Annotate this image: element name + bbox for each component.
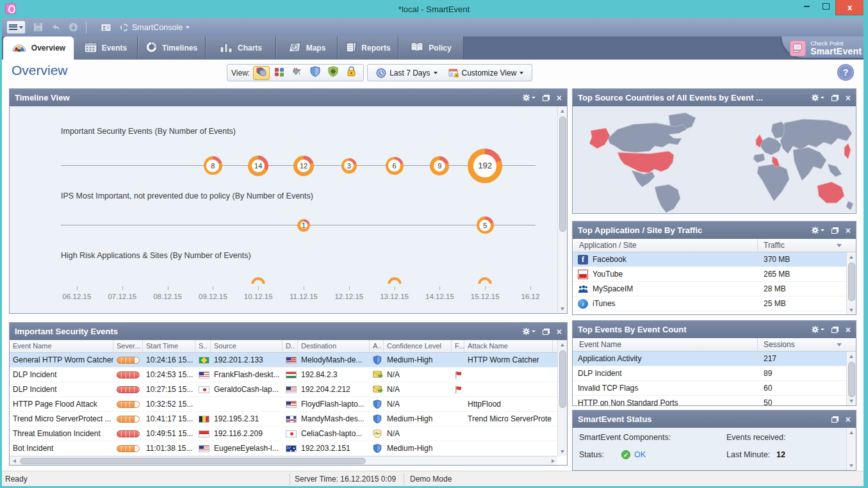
table-row[interactable]: MySpaceIM28 MB [573, 282, 856, 297]
panel-close-button[interactable]: × [846, 415, 851, 424]
apps-table-header[interactable]: Application / Site Traffic [573, 239, 856, 252]
view-button-dlp-view[interactable] [289, 66, 306, 80]
ips-view-icon [310, 66, 320, 79]
customize-view-label: Customize View [462, 69, 517, 77]
timeline-bubble[interactable]: 1 [297, 219, 310, 232]
table-row[interactable]: DLP Incident89 [573, 366, 856, 381]
panel-close-button[interactable]: × [846, 94, 851, 102]
table-row[interactable]: Application Activity217 [573, 352, 856, 366]
view-button-objects-view[interactable] [271, 66, 288, 80]
timeline-bubble[interactable]: 5 [477, 216, 494, 234]
close-button[interactable]: x [835, 0, 864, 15]
column-header-a[interactable]: A.. [370, 340, 384, 352]
menu-button[interactable] [6, 20, 26, 34]
panel-settings-button[interactable] [811, 325, 824, 334]
panel-popout-button[interactable] [543, 95, 550, 101]
timeline-bubble[interactable]: 6 [386, 157, 404, 175]
tab-bar: OverviewEventsTimelinesChartsMapsReports… [0, 37, 868, 60]
panel-close-button[interactable]: × [846, 226, 851, 235]
cell-sev [113, 401, 143, 408]
view-button-grouped-views[interactable] [253, 66, 270, 80]
map-africa [757, 164, 789, 201]
column-header-event-name[interactable]: Event Name [10, 340, 113, 352]
sessions-value: 89 [757, 369, 856, 378]
maximize-button[interactable] [816, 0, 835, 13]
panel-popout-button[interactable] [831, 227, 839, 234]
topevents-vertical-scrollbar[interactable] [846, 352, 856, 405]
view-button-ips-view[interactable] [307, 66, 323, 80]
table-row[interactable]: Bot Incident11:01:38 15...EugeneEyelash-… [10, 441, 567, 456]
scroll-up-arrow [558, 340, 567, 349]
column-header-attack-name[interactable]: Attack Name [464, 340, 553, 352]
topevents-table-header[interactable]: Event Name Sessions [573, 338, 856, 352]
scroll-down-arrow [558, 304, 567, 313]
table-row[interactable]: General HTTP Worm Catcher10:24:16 15...1… [10, 353, 567, 368]
tab-maps[interactable]: Maps [276, 37, 338, 60]
panel-popout-button[interactable] [543, 329, 550, 335]
view-button-threat-prevention-view[interactable] [325, 66, 341, 80]
cell-source: 192.116.2.209 [211, 429, 283, 438]
tab-charts[interactable]: Charts [206, 37, 276, 60]
timeline-bubble[interactable]: 9 [430, 156, 449, 175]
table-row[interactable]: DLP Incident10:27:15 15...GeraldoCash-la… [10, 382, 567, 397]
timeline-bubble[interactable]: 12 [293, 156, 314, 176]
table-row[interactable]: Trend Micro ServerProtect ...10:41:17 15… [10, 412, 567, 427]
panel-popout-button[interactable] [831, 95, 839, 101]
panel-settings-button[interactable] [522, 94, 536, 102]
table-row[interactable]: YouTube265 MB [573, 267, 856, 282]
map-europe [760, 137, 782, 155]
panel-settings-button[interactable] [811, 94, 824, 102]
status-ok-link[interactable]: OK [634, 450, 646, 459]
panel-settings-button[interactable] [522, 327, 536, 336]
timeline-bubble[interactable]: 14 [248, 156, 268, 176]
undo-button[interactable] [51, 23, 61, 32]
column-header-d[interactable]: D.. [283, 340, 298, 352]
column-header-confidence-level[interactable]: Confidence Level [384, 340, 452, 352]
column-header-sever[interactable]: Sever... [113, 340, 143, 352]
apps-vertical-scrollbar[interactable] [846, 252, 856, 314]
panel-close-button[interactable]: × [557, 94, 562, 102]
column-header-f[interactable]: F... [452, 340, 464, 352]
table-row[interactable]: fFacebook370 MB [573, 252, 856, 267]
events-table-header[interactable]: Event NameSever...Start TimeS..SourceD..… [10, 340, 567, 353]
table-row[interactable]: Invalid TCP Flags60 [573, 381, 856, 396]
column-header-destination[interactable]: Destination [298, 340, 370, 352]
view-button-access-view[interactable] [343, 66, 359, 80]
table-row[interactable]: Threat Emulation Incident10:49:51 15...1… [10, 427, 567, 441]
panel-popout-button[interactable] [831, 416, 839, 423]
tab-reports[interactable]: Reports [338, 37, 398, 60]
save-button[interactable] [33, 22, 43, 32]
column-header-source[interactable]: Source [211, 340, 283, 352]
events-vertical-scrollbar[interactable] [557, 340, 567, 456]
timeline-bubble[interactable]: 192 [468, 149, 502, 183]
panel-close-button[interactable]: × [557, 327, 562, 336]
timeline-vertical-scrollbar[interactable] [557, 106, 567, 313]
column-header-s[interactable]: S.. [195, 340, 211, 352]
panel-popout-button[interactable] [831, 327, 839, 333]
status-vertical-scrollbar[interactable] [846, 428, 856, 470]
table-row[interactable]: DLP Incident10:24:53 15...FrankFlash-des… [10, 368, 567, 382]
events-horizontal-scrollbar[interactable] [10, 456, 557, 465]
help-button[interactable]: ? [838, 65, 853, 80]
tab-events[interactable]: Events [74, 37, 138, 60]
minimize-button[interactable] [797, 0, 816, 13]
customize-view-dropdown[interactable]: Customize View [444, 66, 528, 80]
timeline-bubble[interactable]: 8 [204, 156, 222, 175]
tab-overview[interactable]: Overview [3, 37, 74, 60]
tab-policy[interactable]: Policy [398, 37, 464, 60]
table-row[interactable]: HTTP on Non Standard Ports50 [573, 396, 856, 405]
panel-close-button[interactable]: × [846, 325, 851, 334]
panel-settings-button[interactable] [811, 226, 824, 234]
accounts-button[interactable] [101, 23, 111, 32]
table-row[interactable]: HTTP Page Flood Attack10:32:52 15...Floy… [10, 397, 567, 412]
timeline-bubble[interactable]: 3 [341, 158, 357, 174]
timeline-bubble-clipped[interactable] [478, 277, 493, 284]
timeline-bubble-clipped[interactable] [388, 277, 402, 284]
table-row[interactable]: ♪iTunes25 MB [573, 297, 856, 311]
column-header-start-time[interactable]: Start Time [143, 340, 195, 352]
smartconsole-dropdown[interactable]: SmartConsole [132, 23, 190, 32]
timeline-bubble-clipped[interactable] [251, 277, 266, 284]
install-button[interactable] [69, 22, 78, 32]
time-range-dropdown[interactable]: Last 7 Days [372, 66, 441, 80]
tab-timelines[interactable]: Timelines [138, 37, 206, 60]
